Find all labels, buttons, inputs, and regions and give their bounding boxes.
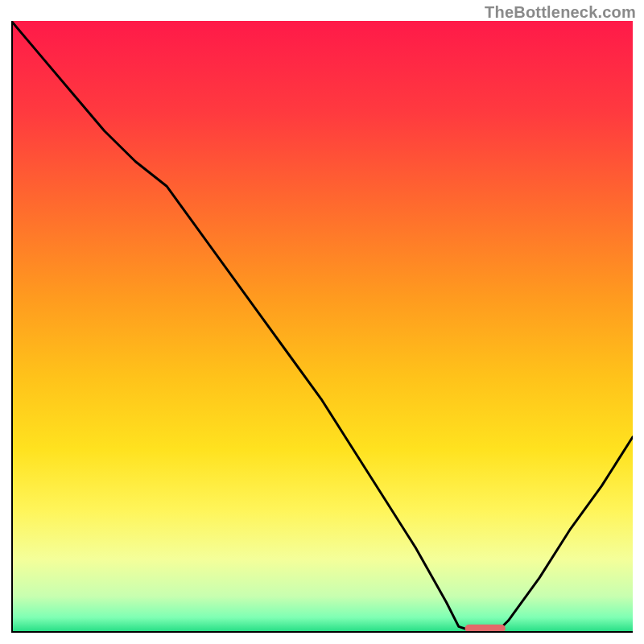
watermark-text: TheBottleneck.com (485, 3, 636, 22)
chart-background (11, 21, 633, 633)
chart-svg (11, 21, 633, 633)
chart-plot (11, 21, 633, 633)
